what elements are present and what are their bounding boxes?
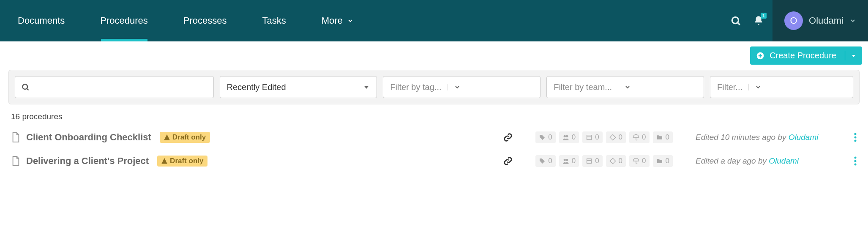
list-item[interactable]: Delivering a Client's Project Draft only… <box>11 149 857 173</box>
filter-tag-placeholder: Filter by tag... <box>390 82 441 92</box>
document-icon <box>11 156 20 167</box>
search-input-wrap[interactable] <box>15 76 214 98</box>
filter-team-placeholder: Filter by team... <box>554 82 612 92</box>
stat-box: 0 <box>582 155 602 167</box>
stat-value: 0 <box>642 133 646 142</box>
stat-folder: 0 <box>653 131 673 143</box>
edited-user-link[interactable]: Oludami <box>789 133 819 142</box>
svg-line-5 <box>27 89 29 90</box>
row-more-button[interactable] <box>854 132 857 142</box>
stat-value: 0 <box>572 133 576 142</box>
item-title: Client Onboarding Checklist <box>26 132 151 143</box>
svg-marker-6 <box>364 86 369 89</box>
draft-badge: Draft only <box>160 132 210 143</box>
stat-value: 0 <box>595 133 599 142</box>
avatar-initial: O <box>790 15 797 26</box>
box-icon <box>586 158 592 164</box>
stat-tag: 0 <box>535 155 555 167</box>
sort-value: Recently Edited <box>227 82 286 92</box>
filter-tag-select[interactable]: Filter by tag... <box>383 76 540 98</box>
item-stats: 0 0 0 0 0 0 <box>535 131 673 143</box>
tab-more[interactable]: More <box>304 0 371 41</box>
notification-badge: 1 <box>761 13 767 19</box>
edited-prefix: Edited a day ago by <box>696 156 769 165</box>
stat-value: 0 <box>619 133 622 142</box>
chevron-down-icon <box>748 84 762 90</box>
search-input[interactable] <box>34 82 207 92</box>
item-stats: 0 0 0 0 0 0 <box>535 155 673 167</box>
umbrella-icon <box>633 134 639 141</box>
tag-icon <box>539 134 546 141</box>
nav-icon-group: 1 <box>730 0 772 41</box>
filter-generic-select[interactable]: Filter... <box>710 76 853 98</box>
row-more-button[interactable] <box>854 156 857 166</box>
edited-info: Edited 10 minutes ago by Oludami <box>696 133 835 142</box>
create-procedure-button[interactable]: Create Procedure <box>750 46 862 65</box>
stat-value: 0 <box>666 133 669 142</box>
document-icon <box>11 132 20 143</box>
stat-diamond: 0 <box>606 155 626 167</box>
chevron-down-icon <box>618 84 631 90</box>
chevron-down-icon <box>347 17 354 24</box>
svg-point-8 <box>566 135 568 137</box>
edited-user-link[interactable]: Oludami <box>769 156 799 165</box>
warning-icon <box>164 134 170 140</box>
sort-select[interactable]: Recently Edited <box>220 76 377 98</box>
folder-icon <box>656 134 663 141</box>
plus-circle-icon <box>756 52 764 60</box>
users-icon <box>562 134 569 141</box>
svg-marker-3 <box>852 55 855 57</box>
stat-value: 0 <box>548 133 552 142</box>
svg-point-14 <box>566 159 568 161</box>
filter-team-select[interactable]: Filter by team... <box>546 76 704 98</box>
link-icon[interactable] <box>503 156 513 166</box>
umbrella-icon <box>633 158 639 164</box>
search-icon <box>21 83 30 91</box>
tab-label: Procedures <box>100 15 148 26</box>
svg-point-17 <box>854 160 857 162</box>
badge-label: Draft only <box>170 157 203 165</box>
avatar: O <box>784 11 803 30</box>
tab-procedures[interactable]: Procedures <box>82 0 166 41</box>
svg-point-10 <box>854 133 857 135</box>
tab-documents[interactable]: Documents <box>0 0 82 41</box>
nav-tabs: Documents Procedures Processes Tasks Mor… <box>0 0 730 41</box>
notifications-icon[interactable]: 1 <box>753 15 764 26</box>
stat-folder: 0 <box>653 155 673 167</box>
draft-badge: Draft only <box>157 156 207 167</box>
user-name: Oludami <box>809 15 843 26</box>
filter-generic-placeholder: Filter... <box>717 82 742 92</box>
caret-down-icon <box>851 53 856 58</box>
stat-value: 0 <box>619 157 622 165</box>
chevron-down-icon <box>849 17 856 24</box>
stat-diamond: 0 <box>606 131 626 143</box>
button-divider <box>845 51 845 60</box>
stat-value: 0 <box>642 157 646 165</box>
list-item[interactable]: Client Onboarding Checklist Draft only 0… <box>11 126 857 149</box>
stat-users: 0 <box>559 131 579 143</box>
tab-processes[interactable]: Processes <box>166 0 245 41</box>
stat-umbrella: 0 <box>629 155 649 167</box>
svg-point-4 <box>22 84 27 89</box>
svg-rect-9 <box>587 135 592 140</box>
user-menu[interactable]: O Oludami <box>772 0 868 41</box>
svg-point-18 <box>854 164 857 166</box>
tab-label: Tasks <box>262 15 286 26</box>
tab-tasks[interactable]: Tasks <box>245 0 304 41</box>
tag-icon <box>539 158 546 164</box>
procedures-list: Client Onboarding Checklist Draft only 0… <box>0 126 868 173</box>
link-icon[interactable] <box>503 133 513 142</box>
stat-value: 0 <box>572 157 576 165</box>
users-icon <box>562 158 569 164</box>
stat-value: 0 <box>548 157 552 165</box>
search-icon[interactable] <box>730 15 741 26</box>
svg-point-13 <box>563 159 565 161</box>
svg-point-7 <box>563 135 565 137</box>
diamond-icon <box>609 158 616 164</box>
item-title: Delivering a Client's Project <box>26 156 149 167</box>
stat-box: 0 <box>582 131 602 143</box>
chevron-down-icon <box>363 84 370 90</box>
svg-rect-15 <box>587 159 592 164</box>
svg-line-1 <box>738 23 740 25</box>
stat-tag: 0 <box>535 131 555 143</box>
